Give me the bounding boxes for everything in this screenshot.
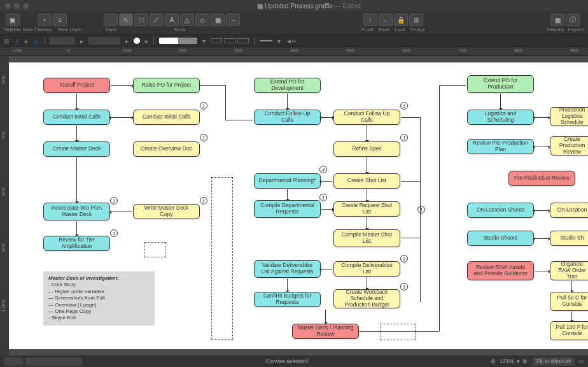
ruler-vertical: 600 700 800 900 1,000	[0, 56, 9, 356]
stencils-button[interactable]: ▦	[550, 13, 564, 26]
node-compile-deliv[interactable]: Compile Deliverables List	[333, 261, 400, 277]
front-button[interactable]: ↑	[363, 13, 377, 26]
node-conduct-calls-1[interactable]: Conduct Initial Calls	[43, 110, 110, 125]
node-onloc[interactable]: On-Location	[550, 203, 588, 218]
node-studio-shoots[interactable]: Studio Shoots	[467, 231, 534, 246]
connector	[500, 94, 501, 108]
connector	[571, 281, 572, 291]
node-overview-doc[interactable]: Create Overview Doc	[133, 141, 200, 157]
selection-tool[interactable]: ↖	[119, 13, 133, 26]
toolbar: ▣ Sidebar + ≡ New Canvas New Layer Style…	[0, 11, 588, 34]
node-preprod-review[interactable]: Pre-Production Review	[508, 171, 575, 186]
line-style[interactable]	[260, 40, 272, 41]
node-prod-logistics[interactable]: Production Logistics Schedule	[550, 107, 588, 126]
canvas[interactable]: Kickoff Project Raise PO for Project Con…	[9, 62, 588, 349]
node-pull50[interactable]: Pull 50 C for Conside	[550, 292, 588, 311]
node-workback[interactable]: Create Workback Schedule and Production …	[333, 289, 400, 308]
zoom-icon[interactable]	[23, 3, 29, 9]
node-followup-2[interactable]: Conduct Follow Up Calls	[333, 110, 400, 125]
new-layer-button[interactable]: ≡	[53, 13, 67, 26]
badge: 1	[400, 134, 408, 141]
selection-marquee	[381, 324, 416, 340]
connector	[287, 189, 288, 199]
connector	[325, 310, 326, 322]
traffic-lights[interactable]	[5, 3, 29, 9]
canvas-nav[interactable]	[4, 357, 23, 366]
inspect-button[interactable]: ⓘ	[566, 13, 580, 26]
node-create-prod-rev[interactable]: Create Production Review	[550, 136, 588, 155]
stamp-tool[interactable]: ▦	[211, 13, 225, 26]
badge: 1	[319, 194, 327, 201]
connector	[401, 117, 420, 118]
connector	[401, 238, 420, 238]
node-followup-1[interactable]: Conduct Follow Up Calls	[254, 110, 321, 125]
node-review-preprod[interactable]: Review Pre-Production Plan	[467, 139, 534, 154]
minimize-icon[interactable]	[14, 3, 20, 9]
node-raise-po[interactable]: Raise PO for Project	[133, 78, 200, 93]
font-select[interactable]	[50, 37, 75, 45]
layer-nav[interactable]	[25, 357, 83, 366]
align-icon[interactable]: ⊞	[4, 38, 9, 45]
node-extend-prod[interactable]: Extend PO for Production	[467, 75, 534, 93]
node-refine-spec[interactable]: Refine Spec	[333, 141, 400, 157]
note-master-deck[interactable]: Master Deck at Investigation: - Core Sto…	[43, 271, 155, 326]
style-button[interactable]	[104, 13, 118, 26]
shadow-1[interactable]	[211, 38, 222, 43]
connector	[535, 117, 549, 118]
node-compile-master-shot[interactable]: Compile Master Shot List	[333, 229, 400, 247]
node-master-review[interactable]: Master Deck / Planning Review	[292, 324, 359, 339]
group-button[interactable]: ⊞	[409, 13, 423, 26]
browse-tool[interactable]: →	[226, 13, 240, 26]
node-organize-raw[interactable]: Organize RAW Order Tran	[550, 261, 588, 280]
badge: 1	[417, 206, 425, 213]
presentation-icon[interactable]: ▭	[578, 358, 584, 364]
zoom-level[interactable]: 121%	[500, 358, 514, 364]
fit-window-button[interactable]: Fit in Window	[533, 357, 575, 366]
node-conduct-calls-2[interactable]: Conduct Initial Calls	[133, 110, 200, 125]
node-shot-list[interactable]: Create Shot List	[333, 173, 400, 189]
node-onloc-shoots[interactable]: On-Location Shoots	[467, 203, 534, 218]
shadow-2[interactable]	[224, 38, 235, 43]
arrow-style[interactable]: ◄━	[286, 38, 296, 45]
pen-tool[interactable]: △	[180, 13, 194, 26]
back-button[interactable]: ↓	[379, 13, 393, 26]
connector	[321, 209, 332, 210]
text-tool[interactable]: A	[165, 13, 179, 26]
zoom-in-icon[interactable]: ⊕	[522, 358, 528, 364]
canvas-viewport[interactable]: Kickoff Project Raise PO for Project Con…	[9, 56, 588, 356]
diagram-tool[interactable]: ◇	[195, 13, 209, 26]
node-incorporate[interactable]: Incorporate into POA Master Deck	[43, 203, 110, 220]
new-canvas-button[interactable]: +	[38, 13, 52, 26]
snap-icon[interactable]: ⊥	[33, 38, 39, 45]
node-compile-dept[interactable]: Compile Departmental Requests	[254, 200, 321, 218]
statusbar: Canvas selected ⊖ 121% ▾ ⊕ Fit in Window…	[0, 356, 588, 367]
stroke-style[interactable]	[159, 38, 197, 44]
node-confirm-budgets[interactable]: Confirm Budgets for Requests	[254, 292, 321, 307]
node-write-copy[interactable]: Write Master Deck Copy	[133, 204, 200, 219]
badge: 1	[400, 283, 408, 291]
shadow-3[interactable]	[237, 38, 249, 43]
node-validate-deliv[interactable]: Validate Deliverables List Against Reque…	[254, 260, 321, 278]
sidebar-toggle[interactable]: ▣	[6, 13, 20, 26]
node-pull100[interactable]: Pull 100 P for Conside	[550, 321, 588, 340]
selection-marquee	[144, 242, 166, 257]
node-review-raw[interactable]: Review RAW Assets and Provide Guidance	[467, 261, 534, 280]
shape-tool[interactable]: □	[134, 13, 148, 26]
node-extend-dev[interactable]: Extend PO for Development	[254, 78, 321, 93]
node-dept-plan[interactable]: Departmental Planning*	[254, 173, 321, 189]
node-review-tier[interactable]: Review for Tier Amplification	[43, 236, 110, 251]
zoom-out-icon[interactable]: ⊖	[491, 358, 496, 364]
fill-color[interactable]	[134, 38, 140, 44]
align-select[interactable]	[88, 37, 120, 45]
lock-button[interactable]: 🔒	[394, 13, 408, 26]
connector	[367, 277, 367, 288]
node-kickoff[interactable]: Kickoff Project	[43, 78, 110, 93]
node-master-deck[interactable]: Create Master Deck	[43, 141, 110, 157]
node-request-shot[interactable]: Create Request Shot List	[333, 201, 400, 217]
node-logistics[interactable]: Logistics and Scheduling	[467, 110, 534, 125]
node-studio[interactable]: Studio Sh	[550, 231, 588, 246]
guides-icon[interactable]: ⊥	[14, 38, 20, 45]
close-icon[interactable]	[5, 3, 11, 9]
line-tool[interactable]: ／	[150, 13, 164, 26]
badge: 1	[400, 102, 408, 110]
